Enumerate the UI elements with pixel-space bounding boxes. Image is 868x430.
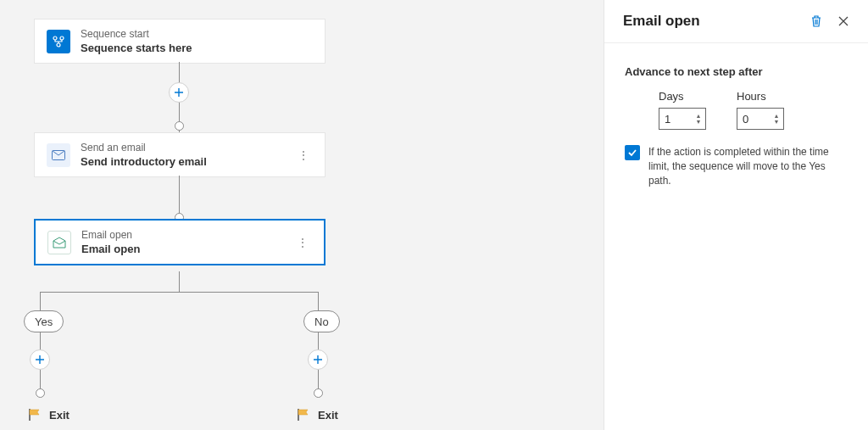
node-subtitle: Email open bbox=[81, 229, 140, 241]
advance-checkbox[interactable] bbox=[625, 145, 640, 160]
exit-label: Exit bbox=[318, 409, 338, 422]
days-spinner[interactable]: ▲▼ bbox=[692, 109, 705, 129]
flag-icon bbox=[27, 407, 42, 422]
hours-label: Hours bbox=[737, 90, 784, 103]
days-label: Days bbox=[659, 90, 706, 103]
days-field[interactable] bbox=[659, 109, 692, 129]
svg-point-2 bbox=[57, 43, 60, 47]
add-step-button[interactable] bbox=[169, 82, 189, 103]
node-sequence-start[interactable]: Sequence start Sequence starts here bbox=[34, 19, 326, 64]
sequence-start-icon bbox=[47, 30, 70, 53]
branch-no[interactable]: No bbox=[303, 310, 340, 332]
node-send-email[interactable]: Send an email Send introductory email ⋮ bbox=[34, 132, 326, 177]
hours-field[interactable] bbox=[737, 109, 770, 129]
panel-title: Email open bbox=[623, 13, 798, 30]
panel-body: Advance to next step after Days ▲▼ Hours… bbox=[604, 43, 868, 209]
connector-dot bbox=[175, 121, 184, 131]
connector bbox=[40, 292, 41, 395]
advance-heading: Advance to next step after bbox=[625, 65, 848, 78]
panel-header: Email open bbox=[604, 0, 868, 43]
node-menu-button[interactable]: ⋮ bbox=[293, 236, 312, 249]
hours-spinner[interactable]: ▲▼ bbox=[770, 109, 783, 129]
sequence-canvas: Sequence start Sequence starts here Send… bbox=[0, 0, 604, 430]
add-step-button-no[interactable] bbox=[308, 349, 328, 370]
flag-icon bbox=[296, 407, 311, 422]
svg-point-1 bbox=[60, 36, 64, 40]
node-menu-button[interactable]: ⋮ bbox=[294, 148, 313, 162]
connector-dot bbox=[36, 388, 45, 398]
delete-button[interactable] bbox=[807, 12, 826, 31]
node-title: Sequence starts here bbox=[81, 42, 192, 54]
open-email-icon bbox=[47, 231, 71, 254]
branch-yes[interactable]: Yes bbox=[24, 310, 64, 332]
connector bbox=[179, 176, 180, 218]
node-title: Email open bbox=[81, 243, 140, 255]
advance-note: If the action is completed within the ti… bbox=[648, 145, 848, 187]
exit-no: Exit bbox=[296, 407, 338, 422]
email-icon bbox=[47, 143, 70, 167]
connector bbox=[318, 292, 319, 395]
exit-label: Exit bbox=[49, 409, 70, 422]
connector-dot bbox=[314, 388, 323, 398]
connector bbox=[179, 271, 180, 292]
node-email-open[interactable]: Email open Email open ⋮ bbox=[34, 219, 326, 265]
node-subtitle: Send an email bbox=[81, 142, 207, 154]
connector bbox=[40, 292, 318, 293]
close-button[interactable] bbox=[834, 12, 853, 31]
exit-yes: Exit bbox=[27, 407, 70, 422]
properties-panel: Email open Advance to next step after Da… bbox=[604, 0, 868, 430]
node-subtitle: Sequence start bbox=[81, 28, 192, 40]
svg-point-0 bbox=[53, 36, 57, 40]
hours-input[interactable]: ▲▼ bbox=[737, 108, 784, 130]
add-step-button-yes[interactable] bbox=[30, 349, 50, 370]
days-input[interactable]: ▲▼ bbox=[659, 108, 706, 130]
node-title: Send introductory email bbox=[81, 155, 207, 168]
